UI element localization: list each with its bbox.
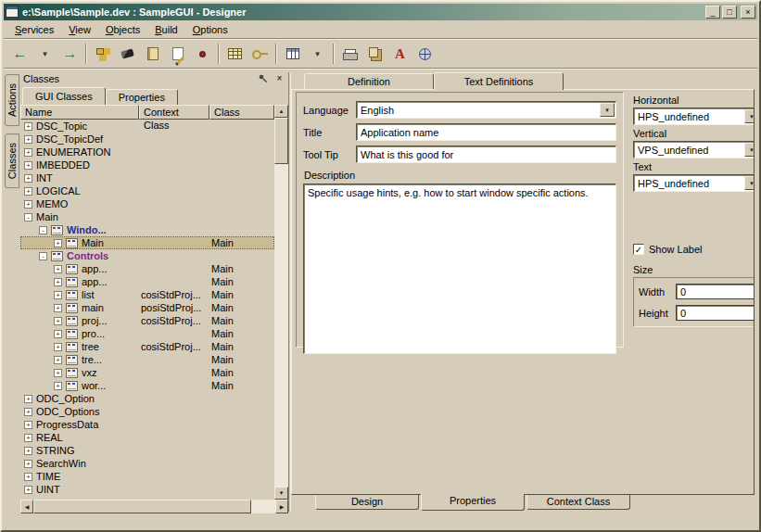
tree-row[interactable]: +treecosiStdProj...Main xyxy=(20,340,274,353)
tree-row[interactable]: -Windo... xyxy=(20,223,274,236)
dock-tab-classes[interactable]: Classes xyxy=(5,133,19,188)
expand-icon[interactable]: + xyxy=(54,330,62,338)
globe-button[interactable] xyxy=(412,43,438,66)
scroll-up-button[interactable]: ▲ xyxy=(274,105,288,118)
grid-button[interactable] xyxy=(222,43,247,66)
horizontal-scroll-track[interactable] xyxy=(33,500,275,513)
expand-icon[interactable]: + xyxy=(24,148,32,157)
tree-row[interactable]: +listcosiStdProj...Main xyxy=(20,288,274,301)
tree-row[interactable]: +MainMain xyxy=(20,236,274,249)
pin-icon[interactable] xyxy=(257,72,269,84)
menu-objects[interactable]: Objects xyxy=(98,22,147,37)
tab-properties[interactable]: Properties xyxy=(421,494,525,511)
print-button[interactable] xyxy=(337,43,362,66)
table-view-button[interactable] xyxy=(280,43,305,66)
expand-icon[interactable]: + xyxy=(24,473,32,481)
expand-icon[interactable]: + xyxy=(24,434,32,442)
expand-icon[interactable]: + xyxy=(24,408,32,416)
tooltip-input[interactable] xyxy=(356,146,616,163)
scroll-right-button[interactable]: ▶ xyxy=(275,500,288,513)
tree-row[interactable]: +TIME xyxy=(20,470,274,483)
panel-close-icon[interactable]: × xyxy=(273,72,285,84)
close-button[interactable]: × xyxy=(741,6,755,19)
tree-row[interactable]: -Controls xyxy=(20,249,274,262)
tab-text-definitions[interactable]: Text Definitions xyxy=(434,72,564,90)
expand-icon[interactable]: + xyxy=(54,382,62,390)
tree-row[interactable]: +mainposiStdProj...Main xyxy=(20,301,274,314)
minimize-button[interactable]: _ xyxy=(705,6,720,19)
nav-history-dropdown[interactable]: ▾ xyxy=(32,43,57,66)
vertical-combobox[interactable]: VPS_undefined ▼ xyxy=(633,141,755,158)
expand-icon[interactable]: + xyxy=(24,187,32,196)
expand-icon[interactable]: + xyxy=(24,122,32,131)
tree-row[interactable]: +app...Main xyxy=(20,262,274,275)
edit-definition-button[interactable] xyxy=(165,43,190,66)
expand-icon[interactable]: + xyxy=(24,174,32,183)
tree-row[interactable]: +ODC_Option xyxy=(20,392,274,405)
expand-icon[interactable]: + xyxy=(54,265,62,273)
title-bar[interactable]: e:\Sample\Sample.dev : SampleGUI - Desig… xyxy=(4,4,757,20)
description-textarea[interactable]: Specific usage hints, e.g. how to start … xyxy=(303,184,616,354)
notebook-button[interactable] xyxy=(140,43,165,66)
column-header-context-class[interactable]: Context Class xyxy=(139,105,209,120)
chevron-down-icon[interactable]: ▼ xyxy=(744,176,755,190)
chevron-down-icon[interactable]: ▼ xyxy=(600,103,615,117)
tree-row[interactable]: +ProgressData xyxy=(20,418,274,431)
expand-icon[interactable]: + xyxy=(24,486,32,494)
scroll-left-button[interactable]: ◀ xyxy=(20,500,33,513)
expand-icon[interactable]: + xyxy=(24,200,32,209)
copy-button[interactable] xyxy=(362,43,387,66)
tree-row[interactable]: +app...Main xyxy=(20,275,274,288)
tab-definition[interactable]: Definition xyxy=(304,73,434,89)
dock-tab-actions[interactable]: Actions xyxy=(5,74,19,126)
menu-build[interactable]: Build xyxy=(147,22,185,37)
chevron-down-icon[interactable]: ▼ xyxy=(744,109,755,123)
maximize-button[interactable]: □ xyxy=(722,6,737,19)
tab-gui-classes[interactable]: GUI Classes xyxy=(22,87,106,105)
text-combobox[interactable]: HPS_undefined ▼ xyxy=(633,174,755,192)
expand-icon[interactable]: + xyxy=(24,395,32,403)
tab-context-class[interactable]: Context Class xyxy=(526,495,630,510)
tree-row[interactable]: +DSC_TopicDef xyxy=(20,133,274,146)
menu-view[interactable]: View xyxy=(61,22,98,37)
tree-row[interactable]: +ODC_Options xyxy=(20,405,274,418)
vertical-scroll-track[interactable] xyxy=(274,118,288,487)
expand-icon[interactable]: + xyxy=(24,421,32,429)
expand-icon[interactable]: + xyxy=(24,460,32,468)
title-input[interactable] xyxy=(356,123,616,141)
tree-row[interactable]: +tre...Main xyxy=(20,353,274,366)
tree-row[interactable]: +STRING xyxy=(20,444,274,457)
tree-row[interactable]: +pro...Main xyxy=(20,327,274,340)
show-label-row[interactable]: ✓ Show Label xyxy=(633,244,755,255)
tree-row[interactable]: +MEMO xyxy=(20,197,274,210)
scroll-down-button[interactable]: ▼ xyxy=(274,487,288,500)
chevron-down-icon[interactable]: ▼ xyxy=(744,143,755,157)
tree-row[interactable]: +IMBEDDED xyxy=(20,158,274,171)
key-button[interactable] xyxy=(247,43,273,66)
height-input[interactable] xyxy=(676,305,755,321)
horizontal-scroll-thumb[interactable] xyxy=(33,500,251,513)
collapse-icon[interactable]: - xyxy=(39,252,47,260)
tab-properties[interactable]: Properties xyxy=(106,89,178,105)
tab-design[interactable]: Design xyxy=(315,495,419,510)
expand-icon[interactable]: + xyxy=(54,356,62,364)
expand-icon[interactable]: + xyxy=(54,369,62,377)
expand-icon[interactable]: + xyxy=(24,135,32,144)
column-header-name[interactable]: Name xyxy=(20,105,139,120)
eraser-button[interactable] xyxy=(115,43,140,66)
collapse-icon[interactable]: - xyxy=(24,213,32,222)
expand-icon[interactable]: + xyxy=(54,304,62,312)
show-label-checkbox[interactable]: ✓ xyxy=(633,244,644,255)
tree-row[interactable]: +DSC_Topic xyxy=(20,120,274,133)
font-button[interactable]: A xyxy=(387,43,412,66)
browse-button[interactable] xyxy=(190,43,215,66)
tree-row[interactable]: +REAL xyxy=(20,431,274,444)
expand-icon[interactable]: + xyxy=(24,161,32,170)
vertical-scrollbar[interactable]: ▲ ▼ xyxy=(274,105,288,500)
expand-icon[interactable]: + xyxy=(54,291,62,299)
expand-icon[interactable]: + xyxy=(24,447,32,455)
expand-icon[interactable]: + xyxy=(54,278,62,286)
horizontal-combobox[interactable]: HPS_undefined ▼ xyxy=(633,108,755,125)
tree-row[interactable]: +UINT xyxy=(20,483,274,496)
tree-row[interactable]: +ENUMERATION xyxy=(20,146,274,158)
